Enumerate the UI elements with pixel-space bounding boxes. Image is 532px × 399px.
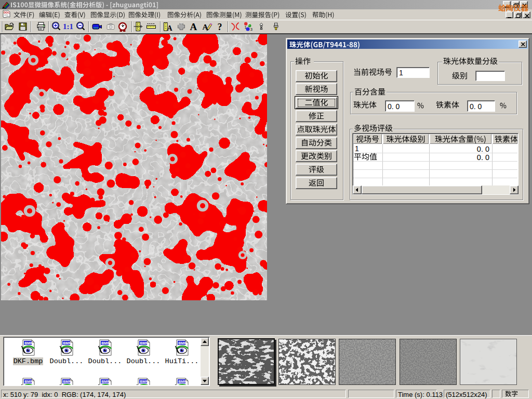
svg-text:DOC: DOC: [4, 11, 10, 14]
svg-text:A: A: [167, 24, 173, 32]
svg-text:?: ?: [218, 22, 222, 32]
svg-text:3: 3: [250, 27, 252, 32]
svg-text:1: 1: [245, 25, 247, 30]
svg-text:A: A: [190, 21, 197, 32]
svg-text:2: 2: [248, 22, 250, 26]
